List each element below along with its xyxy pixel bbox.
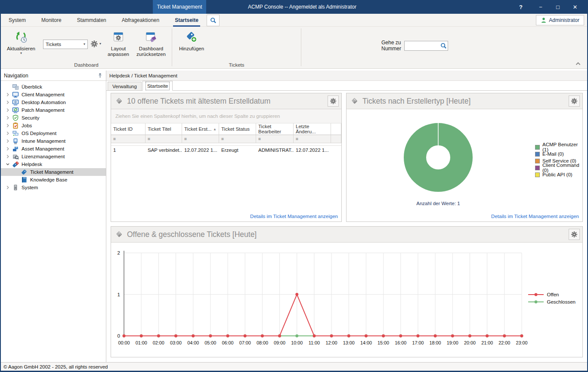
filter-row: ======	[111, 135, 341, 143]
column-header-1[interactable]: Ticket ID	[111, 123, 145, 135]
legend-label: Client Command (0)	[542, 163, 582, 173]
table-cell: Erzeugt	[219, 146, 256, 154]
legend-label: Public API (0)	[542, 172, 573, 177]
group-by-hint: Ziehen Sie einen Spaltenkopf hierhin, um…	[111, 109, 341, 123]
ribbon-group-label-dashboard: Dashboard	[1, 62, 172, 68]
svg-text:21:00: 21:00	[481, 340, 493, 345]
menu-item-system[interactable]: System	[1, 14, 34, 27]
legend-line-marker	[528, 292, 544, 297]
administrator-button[interactable]: Administrator	[536, 15, 584, 25]
sidebar-item-system[interactable]: System	[1, 184, 106, 191]
filter-cell[interactable]: =	[219, 135, 256, 143]
maximize-button[interactable]: □	[549, 0, 566, 14]
chevron-expanded-icon	[4, 161, 11, 168]
sidebar-item-desktop-automation[interactable]: Desktop Automation	[1, 98, 106, 106]
legend-label: Offen	[547, 292, 559, 297]
close-button[interactable]: ✕	[566, 0, 584, 14]
filter-cell[interactable]: =	[111, 135, 145, 143]
menu-item-startseite[interactable]: Startseite	[167, 14, 206, 27]
panel-tickets-by-creator-type: Tickets nach Erstellertyp [Heute] A	[346, 93, 583, 222]
hinzufuegen-label: Hinzufügen	[179, 46, 204, 52]
sidebar-item-label: Ticket Management	[30, 169, 74, 175]
menu-item-abfrageaktionen[interactable]: Abfrageaktionen	[114, 14, 167, 27]
tab-startseite[interactable]: Startseite	[142, 81, 173, 91]
chevron-placeholder	[4, 83, 11, 90]
svg-text:13:00: 13:00	[343, 340, 355, 345]
svg-text:10:00: 10:00	[291, 340, 303, 345]
collapse-ribbon-icon[interactable]	[575, 61, 581, 66]
aktualisieren-button[interactable]: Aktualisieren ▾	[7, 29, 35, 61]
sidebar-item-client-management[interactable]: Client Management	[1, 91, 106, 98]
minimize-button[interactable]: −	[532, 0, 549, 14]
pin-icon[interactable]	[97, 73, 103, 78]
panel-open-closed-tickets: Offene & geschlossene Tickets [Heute] 01…	[111, 226, 583, 357]
sidebar-item-label: System	[22, 185, 38, 190]
filter-cell[interactable]: =	[182, 135, 219, 143]
details-link[interactable]: Details im Ticket Management anzeigen	[491, 214, 579, 219]
svg-text:08:00: 08:00	[257, 340, 268, 345]
tag-plus-icon	[185, 29, 198, 45]
acmp-console-window: Ticket Management ACMP Console -- Angeme…	[0, 0, 588, 372]
sidebar-item-überblick[interactable]: Überblick	[1, 83, 106, 91]
dashboard-zuruecksetzen-button[interactable]: Dashboard zurücksetzen	[135, 29, 167, 61]
column-header-6[interactable]: Letzte Änderu...	[294, 123, 331, 135]
sidebar-item-security[interactable]: Security	[1, 114, 106, 122]
sidebar-item-label: Jobs	[22, 123, 32, 128]
dashboard-settings-button[interactable]: ▾	[90, 40, 101, 48]
table-row[interactable]: 1SAP verbindet...12.07.2022 1...ErzeugtA…	[111, 146, 341, 154]
dashboard-combobox-value: Tickets	[46, 42, 61, 47]
panel-settings-button[interactable]	[569, 95, 580, 107]
tab-verwaltung[interactable]: Verwaltung	[108, 82, 142, 90]
menu-item-stammdaten[interactable]: Stammdaten	[69, 14, 114, 27]
hinzufuegen-button[interactable]: Hinzufügen	[177, 29, 206, 61]
column-header-5[interactable]: Ticket Bearbeiter	[256, 123, 294, 135]
tags-icon	[115, 230, 124, 239]
sidebar-item-jobs[interactable]: Jobs	[1, 122, 106, 129]
tags-icon	[350, 97, 359, 105]
menu-item-monitore[interactable]: Monitore	[34, 14, 69, 27]
svg-text:03:00: 03:00	[170, 340, 182, 345]
chevron-placeholder	[13, 169, 20, 175]
filter-cell[interactable]: =	[256, 135, 294, 143]
details-link[interactable]: Details im Ticket Management anzeigen	[250, 214, 338, 219]
dashboard-combobox[interactable]: Tickets ▾	[43, 40, 88, 49]
sidebar-item-ticket-management[interactable]: Ticket Management	[1, 168, 106, 176]
sidebar-item-lizenzmanagement[interactable]: Lizenzmanagement	[1, 153, 106, 160]
filter-cell[interactable]: =	[294, 135, 331, 143]
sidebar-item-os-deployment[interactable]: OS Deployment	[1, 129, 106, 137]
sidebar-item-helpdesk[interactable]: Helpdesk	[1, 160, 106, 168]
filter-equals-icon: =	[148, 137, 150, 141]
ribbon: Aktualisieren ▾ Tickets ▾ ▾ Layout anpas…	[1, 27, 587, 69]
window-tab-ticket-management[interactable]: Ticket Management	[153, 0, 206, 14]
chevron-down-icon: ▾	[84, 43, 85, 46]
client-management-icon	[12, 91, 19, 98]
search-icon[interactable]	[440, 43, 447, 49]
panel-settings-button[interactable]	[569, 229, 580, 240]
chevron-placeholder	[13, 176, 20, 183]
sidebar-item-knowledge-base[interactable]: Knowledge Base	[1, 176, 106, 184]
jobs-icon	[12, 122, 19, 129]
menu-bar: SystemMonitoreStammdatenAbfrageaktionenS…	[1, 14, 587, 27]
sidebar-item-intune-management[interactable]: Intune Management	[1, 137, 106, 145]
layout-anpassen-label: Layout anpassen	[104, 46, 133, 57]
legend-item: ACMP Benutzer (1)	[535, 144, 582, 151]
help-button[interactable]: ?	[513, 0, 529, 14]
sidebar-item-patch-management[interactable]: Patch Management	[1, 106, 106, 114]
column-header-2[interactable]: Ticket Titel	[145, 123, 182, 135]
status-bar: © Aagon GmbH 2002 - 2025, all rights res…	[1, 362, 587, 371]
filter-cell[interactable]: =	[145, 135, 182, 143]
column-header-3[interactable]: Ticket Erst...▲	[182, 123, 219, 135]
donut-legend: ACMP Benutzer (1)E-Mail (0)Self Service …	[535, 144, 582, 178]
sidebar-item-asset-management[interactable]: Asset Management	[1, 145, 106, 153]
sidebar-item-label: Client Management	[22, 92, 65, 97]
ribbon-search-button[interactable]	[207, 15, 220, 26]
panel-settings-button[interactable]	[328, 95, 339, 107]
line-chart-legend: OffenGeschlossen	[528, 291, 576, 305]
layout-anpassen-button[interactable]: Layout anpassen	[104, 29, 133, 61]
chevron-collapsed-icon	[4, 145, 11, 152]
legend-swatch	[535, 152, 540, 157]
window-eraser-icon	[145, 29, 158, 45]
chevron-down-icon: ▾	[20, 52, 22, 55]
column-header-4[interactable]: Ticket Status	[219, 123, 256, 135]
panel-title: 10 offene Tickets mit ältestem Erstellda…	[127, 97, 270, 106]
